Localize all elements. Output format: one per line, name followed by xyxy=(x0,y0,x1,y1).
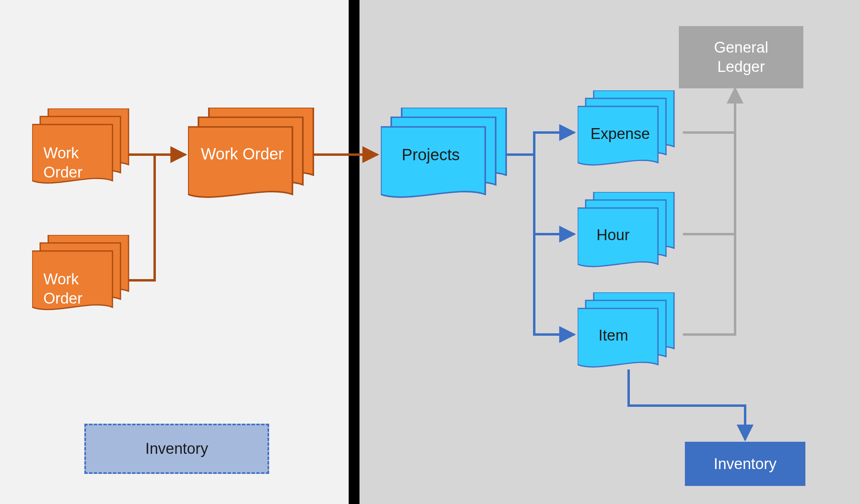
diagram-canvas: Work Order Work Order Work Order Project… xyxy=(0,0,860,504)
expense-label: Expense xyxy=(590,124,650,144)
hour-node xyxy=(578,192,682,276)
item-node xyxy=(578,292,682,377)
inventory-left-label: Inventory xyxy=(145,440,208,457)
work-order-2-label: Work Order xyxy=(43,270,82,308)
item-label: Item xyxy=(599,326,628,345)
projects-label: Projects xyxy=(402,145,460,165)
inventory-right-label: Inventory xyxy=(714,455,776,473)
general-ledger-label: General Ledger xyxy=(714,38,768,76)
hour-label: Hour xyxy=(596,226,629,245)
inventory-box-right: Inventory xyxy=(685,442,805,486)
work-order-1-label: Work Order xyxy=(43,144,82,182)
general-ledger-box: General Ledger xyxy=(679,26,803,88)
vertical-divider xyxy=(349,0,360,504)
inventory-box-left: Inventory xyxy=(84,424,269,474)
work-order-main-label: Work Order xyxy=(201,144,284,164)
